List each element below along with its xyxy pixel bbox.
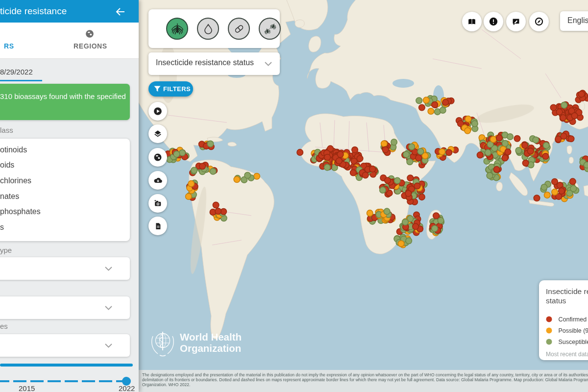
who-logo: World Health Organization	[148, 327, 177, 360]
mode-drug-efficacy-button[interactable]	[228, 18, 250, 40]
mode-invasive-vector-button[interactable]	[259, 18, 281, 40]
disclaimer-line: The designations employed and the presen…	[142, 372, 588, 377]
legend-footer-note: Most recent data shown	[546, 351, 588, 358]
mode-larvicide-button[interactable]	[197, 18, 219, 40]
chevron-down-icon	[105, 267, 112, 271]
insecticide-type-dropdown[interactable]	[0, 257, 130, 280]
compass-icon	[533, 16, 545, 27]
tab-regions-label: REGIONS	[74, 42, 107, 50]
download-data-button[interactable]	[148, 171, 167, 190]
alerts-button[interactable]	[484, 12, 503, 31]
insecticide-class-list: otinoids oids chlorines nates phosphates…	[0, 139, 130, 241]
possible-dot-icon	[546, 327, 552, 334]
vector-species-dropdown[interactable]	[0, 334, 130, 357]
insecticide-class-label: lass	[0, 126, 13, 134]
year-label-start: 2015	[19, 384, 35, 392]
vector-species-label: es	[0, 322, 8, 330]
who-logo-text-line1: World Health	[180, 331, 242, 343]
world-map[interactable]: Insecticide resistance status FILTERS	[139, 0, 588, 370]
feedback-pen-icon	[510, 16, 522, 27]
layers-icon	[152, 128, 163, 139]
chevron-down-icon	[105, 306, 112, 310]
globe-icon	[152, 152, 163, 163]
explore-compass-button[interactable]	[529, 12, 549, 31]
basemap-globe-button[interactable]	[148, 148, 167, 167]
chevron-down-icon	[265, 62, 272, 66]
legend-item-susceptible: Susceptible (≥ 98% mortality)	[546, 337, 588, 346]
mosquito-icon	[170, 22, 185, 36]
who-logo-text-line2: Organization	[180, 343, 242, 354]
funnel-icon	[154, 86, 161, 92]
play-animation-button[interactable]	[148, 102, 167, 121]
legend-item-label: Confirmed (0 to < 90% mortality)	[558, 316, 588, 323]
class-option-pyrroles[interactable]: s	[0, 223, 4, 232]
sidebar-tabs: RS REGIONS	[0, 23, 139, 59]
report-document-button[interactable]	[148, 217, 167, 235]
legend-title-line1: Insecticide resistance	[546, 287, 588, 296]
year-slider-track[interactable]	[0, 380, 130, 382]
language-selector[interactable]: English	[560, 11, 588, 31]
susceptible-dot-icon	[546, 339, 552, 345]
legend-item-confirmed: Confirmed (0 to < 90% mortality)	[546, 315, 588, 323]
active-tab-underline	[0, 80, 42, 81]
tab-filters-label: RS	[4, 42, 14, 50]
disclaimer-line: delimitation of its frontiers or boundar…	[142, 377, 588, 382]
app-window: Insecticide resistance status FILTERS	[0, 0, 588, 392]
feedback-button[interactable]	[506, 12, 526, 31]
class-option-pyrethroids[interactable]: oids	[0, 161, 14, 170]
class-option-carbamates[interactable]: nates	[0, 192, 19, 201]
mode-insecticide-resistance-button[interactable]	[166, 18, 188, 40]
exclamation-icon	[488, 16, 499, 27]
filters-button-label: FILTERS	[163, 85, 191, 93]
results-count-text: 310 bioassays found with the specified	[0, 92, 126, 100]
legend-item-label: Susceptible (≥ 98% mortality)	[558, 339, 588, 345]
play-icon	[152, 106, 163, 117]
camera-plus-icon	[152, 198, 163, 209]
class-option-neonicotinoids[interactable]: otinoids	[0, 146, 27, 154]
sidebar-title: ticide resistance	[0, 6, 67, 17]
back-arrow-icon[interactable]	[115, 6, 126, 18]
sidebar-header: ticide resistance	[0, 0, 139, 23]
document-icon	[153, 221, 163, 231]
insecticide-dropdown[interactable]	[0, 296, 130, 319]
data-as-of-date: 8/29/2022	[0, 68, 33, 76]
insecticide-type-label: ype	[0, 246, 12, 254]
pill-icon	[232, 22, 246, 36]
map-theme-dropdown[interactable]: Insecticide resistance status	[148, 52, 280, 75]
screenshot-button[interactable]	[148, 194, 167, 213]
disclaimer-line: Organization. WHO 2022.	[142, 382, 588, 387]
class-option-organochlorines[interactable]: chlorines	[0, 176, 31, 185]
chevron-down-icon	[105, 343, 112, 348]
confirmed-dot-icon	[546, 316, 552, 322]
tab-regions[interactable]: REGIONS	[69, 23, 139, 59]
map-legend: Insecticide resistance status Confirmed …	[539, 280, 588, 360]
book-icon	[466, 16, 478, 27]
legend-item-label: Possible (90 to < 98% mortality)	[558, 327, 588, 334]
class-option-organophosphates[interactable]: phosphates	[0, 207, 41, 216]
water-drop-icon	[201, 22, 215, 36]
layers-button[interactable]	[148, 124, 167, 143]
sidebar-horizontal-scrollbar[interactable]	[0, 364, 133, 367]
results-count-banner: 310 bioassays found with the specified	[0, 84, 130, 120]
map-theme-dropdown-value: Insecticide resistance status	[156, 58, 254, 67]
disease-mode-card	[148, 9, 280, 48]
invasive-mosquitoes-icon	[263, 22, 277, 36]
user-guide-button[interactable]	[462, 12, 482, 31]
year-label-end: 2022	[119, 384, 135, 392]
tab-filters[interactable]: RS	[0, 23, 69, 59]
filters-toggle-button[interactable]: FILTERS	[148, 81, 193, 97]
cloud-download-icon	[152, 175, 164, 186]
map-disclaimer: The designations employed and the presen…	[139, 370, 588, 392]
regions-globe-icon	[84, 28, 95, 39]
who-emblem-icon	[148, 327, 177, 358]
legend-title-line2: status	[546, 296, 588, 305]
filter-sidebar: ticide resistance RS REGIONS 8/29/2022 3…	[0, 0, 139, 392]
legend-item-possible: Possible (90 to < 98% mortality)	[546, 326, 588, 335]
language-value: English	[567, 16, 588, 25]
